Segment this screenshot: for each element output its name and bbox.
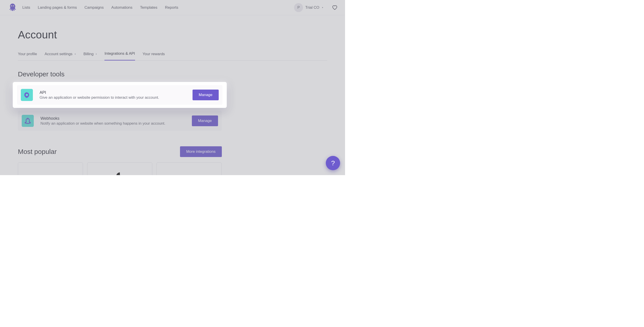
tool-text: API Give an application or website permi… <box>40 90 186 100</box>
app-logo[interactable] <box>6 3 19 12</box>
account-tabs: Your profile Account settings ▾ Billing … <box>18 51 327 60</box>
most-popular-heading: Most popular <box>18 148 56 155</box>
webhooks-description: Notify an application or website when so… <box>40 121 185 126</box>
integration-card-2[interactable] <box>87 162 152 175</box>
api-gear-icon: API <box>21 89 33 101</box>
integration-card-1[interactable] <box>18 162 83 175</box>
svg-point-9 <box>26 94 28 96</box>
nav-landing-pages[interactable]: Landing pages & forms <box>38 5 77 10</box>
api-title: API <box>40 90 186 95</box>
nav-templates[interactable]: Templates <box>140 5 157 10</box>
tab-account-settings[interactable]: Account settings ▾ <box>44 52 76 60</box>
tab-your-profile[interactable]: Your profile <box>18 52 37 60</box>
integration-logo-1 <box>44 171 57 175</box>
tool-card-api[interactable]: API API Give an application or website p… <box>17 85 222 105</box>
webhooks-icon <box>22 115 34 127</box>
tool-card-webhooks[interactable]: Webhooks Notify an application or websit… <box>18 111 222 131</box>
app-viewport: Lists Landing pages & forms Campaigns Au… <box>0 0 345 175</box>
integration-grid <box>18 162 222 175</box>
tool-text: Webhooks Notify an application or websit… <box>40 116 185 126</box>
manage-api-button[interactable]: Manage <box>192 90 219 100</box>
help-button[interactable]: ? <box>326 156 340 170</box>
chevron-down-icon: ▾ <box>322 6 323 9</box>
developer-tools-heading: Developer tools <box>18 70 327 78</box>
tab-label: Account settings <box>44 52 72 56</box>
question-mark-icon: ? <box>331 159 335 167</box>
tab-label: Integrations & API <box>104 51 135 56</box>
svg-point-6 <box>29 122 31 123</box>
primary-nav: Lists Landing pages & forms Campaigns Au… <box>22 5 178 10</box>
favorites-button[interactable] <box>332 5 338 10</box>
more-integrations-button[interactable]: More integrations <box>180 146 222 157</box>
manage-webhooks-button[interactable]: Manage <box>192 115 218 126</box>
nav-automations[interactable]: Automations <box>111 5 132 10</box>
tab-billing[interactable]: Billing ▾ <box>84 52 97 60</box>
most-popular-section: Most popular More integrations <box>18 146 222 175</box>
api-description: Give an application or website permissio… <box>40 95 186 100</box>
nav-campaigns[interactable]: Campaigns <box>84 5 104 10</box>
tab-your-rewards[interactable]: Your rewards <box>143 52 165 60</box>
nav-reports[interactable]: Reports <box>165 5 178 10</box>
svg-point-5 <box>24 122 26 123</box>
topbar: Lists Landing pages & forms Campaigns Au… <box>0 0 345 15</box>
tab-label: Your rewards <box>143 52 165 56</box>
tab-label: Your profile <box>18 52 37 56</box>
chevron-down-icon: ▾ <box>75 53 76 55</box>
user-menu[interactable]: P Trial CO ▾ <box>294 3 323 12</box>
integration-logo-3 <box>182 171 196 175</box>
tab-label: Billing <box>84 52 94 56</box>
webhooks-title: Webhooks <box>40 116 185 121</box>
svg-point-4 <box>27 118 28 119</box>
svg-point-2 <box>12 5 12 6</box>
chevron-down-icon: ▾ <box>96 53 97 55</box>
tab-integrations-api[interactable]: Integrations & API <box>104 51 135 60</box>
avatar: P <box>294 3 303 12</box>
nav-lists[interactable]: Lists <box>22 5 30 10</box>
integration-logo-2 <box>113 171 126 175</box>
integration-card-3[interactable] <box>156 162 222 175</box>
org-name: Trial CO <box>305 5 319 10</box>
api-card-spotlight: API API Give an application or website p… <box>13 82 227 108</box>
octopus-logo-icon <box>8 3 16 12</box>
heart-icon <box>332 5 338 10</box>
svg-point-3 <box>14 5 14 6</box>
page-title: Account <box>18 28 327 41</box>
svg-text:API: API <box>26 97 28 98</box>
